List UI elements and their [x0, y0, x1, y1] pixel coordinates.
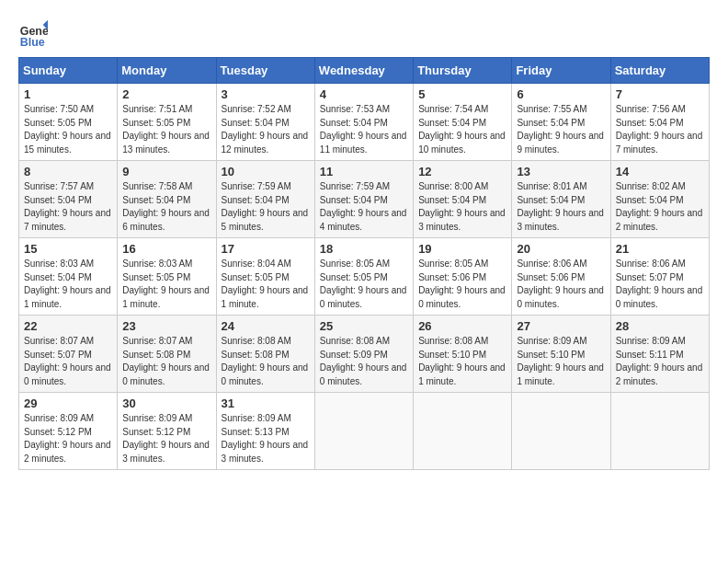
calendar-cell: 18Sunrise: 8:05 AMSunset: 5:05 PMDayligh…	[314, 238, 413, 316]
day-number: 15	[24, 242, 112, 256]
page-header: General Blue	[18, 18, 710, 48]
day-number: 4	[320, 87, 408, 101]
logo: General Blue	[18, 18, 48, 48]
calendar-cell: 4Sunrise: 7:53 AMSunset: 5:04 PMDaylight…	[314, 84, 413, 161]
day-number: 5	[418, 87, 506, 101]
calendar-cell: 25Sunrise: 8:08 AMSunset: 5:09 PMDayligh…	[314, 316, 413, 393]
calendar-cell: 19Sunrise: 8:05 AMSunset: 5:06 PMDayligh…	[414, 238, 512, 316]
cell-info: Sunrise: 8:03 AMSunset: 5:04 PMDaylight:…	[24, 258, 112, 311]
cell-info: Sunrise: 8:01 AMSunset: 5:04 PMDaylight:…	[517, 180, 605, 234]
cell-info: Sunrise: 7:50 AMSunset: 5:05 PMDaylight:…	[24, 103, 112, 156]
cell-info: Sunrise: 7:54 AMSunset: 5:04 PMDaylight:…	[418, 103, 506, 156]
day-number: 26	[418, 319, 506, 333]
day-number: 2	[122, 87, 210, 101]
calendar-cell: 26Sunrise: 8:08 AMSunset: 5:10 PMDayligh…	[414, 316, 512, 393]
cell-info: Sunrise: 8:07 AMSunset: 5:07 PMDaylight:…	[24, 335, 112, 388]
cell-info: Sunrise: 8:05 AMSunset: 5:05 PMDaylight:…	[320, 258, 408, 311]
cell-info: Sunrise: 8:08 AMSunset: 5:09 PMDaylight:…	[320, 335, 408, 388]
cell-info: Sunrise: 8:09 AMSunset: 5:12 PMDaylight:…	[24, 412, 112, 465]
cell-info: Sunrise: 8:08 AMSunset: 5:08 PMDaylight:…	[222, 335, 310, 388]
day-header-saturday: Saturday	[610, 58, 709, 84]
day-number: 24	[222, 319, 310, 333]
calendar-cell: 12Sunrise: 8:00 AMSunset: 5:04 PMDayligh…	[414, 161, 512, 238]
calendar-cell	[610, 393, 709, 470]
calendar-header-row: SundayMondayTuesdayWednesdayThursdayFrid…	[19, 58, 710, 84]
cell-info: Sunrise: 8:09 AMSunset: 5:11 PMDaylight:…	[616, 335, 704, 388]
day-number: 28	[616, 319, 704, 333]
calendar-cell: 24Sunrise: 8:08 AMSunset: 5:08 PMDayligh…	[216, 316, 314, 393]
calendar-cell: 29Sunrise: 8:09 AMSunset: 5:12 PMDayligh…	[19, 393, 118, 470]
day-number: 18	[320, 242, 408, 256]
calendar-table: SundayMondayTuesdayWednesdayThursdayFrid…	[18, 57, 710, 470]
cell-info: Sunrise: 8:09 AMSunset: 5:13 PMDaylight:…	[222, 412, 310, 465]
calendar-cell: 23Sunrise: 8:07 AMSunset: 5:08 PMDayligh…	[118, 316, 216, 393]
cell-info: Sunrise: 7:53 AMSunset: 5:04 PMDaylight:…	[320, 103, 408, 156]
day-number: 13	[517, 165, 605, 178]
day-header-monday: Monday	[118, 58, 216, 84]
calendar-cell: 28Sunrise: 8:09 AMSunset: 5:11 PMDayligh…	[610, 316, 709, 393]
calendar-cell: 3Sunrise: 7:52 AMSunset: 5:04 PMDaylight…	[216, 84, 314, 161]
week-row-2: 8Sunrise: 7:57 AMSunset: 5:04 PMDaylight…	[19, 161, 710, 238]
calendar-cell: 8Sunrise: 7:57 AMSunset: 5:04 PMDaylight…	[19, 161, 118, 238]
cell-info: Sunrise: 8:08 AMSunset: 5:10 PMDaylight:…	[418, 335, 506, 388]
day-number: 25	[320, 319, 408, 333]
cell-info: Sunrise: 8:09 AMSunset: 5:10 PMDaylight:…	[517, 335, 605, 388]
logo-icon: General Blue	[18, 18, 48, 48]
cell-info: Sunrise: 8:06 AMSunset: 5:06 PMDaylight:…	[517, 258, 605, 311]
calendar-cell: 27Sunrise: 8:09 AMSunset: 5:10 PMDayligh…	[512, 316, 610, 393]
cell-info: Sunrise: 8:00 AMSunset: 5:04 PMDaylight:…	[418, 180, 506, 234]
cell-info: Sunrise: 7:55 AMSunset: 5:04 PMDaylight:…	[517, 103, 605, 156]
day-number: 12	[418, 165, 506, 178]
day-number: 21	[616, 242, 704, 256]
cell-info: Sunrise: 8:04 AMSunset: 5:05 PMDaylight:…	[222, 258, 310, 311]
cell-info: Sunrise: 7:59 AMSunset: 5:04 PMDaylight:…	[222, 180, 310, 234]
cell-info: Sunrise: 8:03 AMSunset: 5:05 PMDaylight:…	[122, 258, 210, 311]
calendar-cell: 5Sunrise: 7:54 AMSunset: 5:04 PMDaylight…	[414, 84, 512, 161]
day-header-sunday: Sunday	[19, 58, 118, 84]
week-row-1: 1Sunrise: 7:50 AMSunset: 5:05 PMDaylight…	[19, 84, 710, 161]
svg-text:Blue: Blue	[20, 36, 45, 48]
calendar-cell: 20Sunrise: 8:06 AMSunset: 5:06 PMDayligh…	[512, 238, 610, 316]
day-number: 8	[24, 165, 112, 178]
calendar-cell: 17Sunrise: 8:04 AMSunset: 5:05 PMDayligh…	[216, 238, 314, 316]
calendar-cell	[314, 393, 413, 470]
day-number: 17	[222, 242, 310, 256]
day-number: 23	[122, 319, 210, 333]
day-number: 3	[222, 87, 310, 101]
calendar-body: 1Sunrise: 7:50 AMSunset: 5:05 PMDaylight…	[19, 84, 710, 470]
day-header-friday: Friday	[512, 58, 610, 84]
day-number: 1	[24, 87, 112, 101]
calendar-cell: 13Sunrise: 8:01 AMSunset: 5:04 PMDayligh…	[512, 161, 610, 238]
calendar-cell: 1Sunrise: 7:50 AMSunset: 5:05 PMDaylight…	[19, 84, 118, 161]
day-number: 9	[122, 165, 210, 178]
day-number: 11	[320, 165, 408, 178]
calendar-cell: 30Sunrise: 8:09 AMSunset: 5:12 PMDayligh…	[118, 393, 216, 470]
calendar-cell: 2Sunrise: 7:51 AMSunset: 5:05 PMDaylight…	[118, 84, 216, 161]
calendar-cell: 15Sunrise: 8:03 AMSunset: 5:04 PMDayligh…	[19, 238, 118, 316]
cell-info: Sunrise: 7:57 AMSunset: 5:04 PMDaylight:…	[24, 180, 112, 234]
week-row-4: 22Sunrise: 8:07 AMSunset: 5:07 PMDayligh…	[19, 316, 710, 393]
cell-info: Sunrise: 7:52 AMSunset: 5:04 PMDaylight:…	[222, 103, 310, 156]
day-number: 6	[517, 87, 605, 101]
calendar-cell: 7Sunrise: 7:56 AMSunset: 5:04 PMDaylight…	[610, 84, 709, 161]
calendar-cell: 14Sunrise: 8:02 AMSunset: 5:04 PMDayligh…	[610, 161, 709, 238]
cell-info: Sunrise: 8:07 AMSunset: 5:08 PMDaylight:…	[122, 335, 210, 388]
day-number: 31	[222, 396, 310, 410]
calendar-cell: 16Sunrise: 8:03 AMSunset: 5:05 PMDayligh…	[118, 238, 216, 316]
week-row-5: 29Sunrise: 8:09 AMSunset: 5:12 PMDayligh…	[19, 393, 710, 470]
day-number: 20	[517, 242, 605, 256]
day-number: 14	[616, 165, 704, 178]
cell-info: Sunrise: 8:05 AMSunset: 5:06 PMDaylight:…	[418, 258, 506, 311]
day-number: 7	[616, 87, 704, 101]
cell-info: Sunrise: 8:02 AMSunset: 5:04 PMDaylight:…	[616, 180, 704, 234]
cell-info: Sunrise: 7:59 AMSunset: 5:04 PMDaylight:…	[320, 180, 408, 234]
calendar-cell: 22Sunrise: 8:07 AMSunset: 5:07 PMDayligh…	[19, 316, 118, 393]
cell-info: Sunrise: 8:09 AMSunset: 5:12 PMDaylight:…	[122, 412, 210, 465]
calendar-cell: 31Sunrise: 8:09 AMSunset: 5:13 PMDayligh…	[216, 393, 314, 470]
calendar-cell	[512, 393, 610, 470]
day-header-tuesday: Tuesday	[216, 58, 314, 84]
day-number: 30	[122, 396, 210, 410]
day-header-wednesday: Wednesday	[314, 58, 413, 84]
day-header-thursday: Thursday	[414, 58, 512, 84]
calendar-cell: 10Sunrise: 7:59 AMSunset: 5:04 PMDayligh…	[216, 161, 314, 238]
